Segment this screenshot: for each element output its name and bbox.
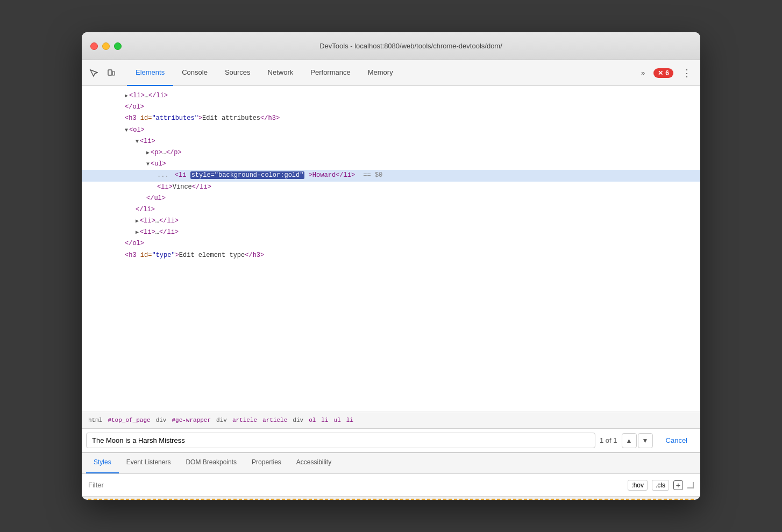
tab-sources[interactable]: Sources xyxy=(216,60,259,86)
devtools-menu-button[interactable]: ⋮ xyxy=(678,65,696,81)
tab-list: Elements Console Sources Network Perform… xyxy=(127,60,637,86)
search-cancel-button[interactable]: Cancel xyxy=(657,433,696,448)
resize-handle[interactable] xyxy=(687,482,694,488)
toolbar: Elements Console Sources Network Perform… xyxy=(82,60,700,86)
attribute-highlight: style="background-color:gold" xyxy=(190,171,305,179)
error-badge[interactable]: ✕ 6 xyxy=(653,68,673,78)
add-style-button[interactable]: + xyxy=(673,480,683,490)
breadcrumb-li-2[interactable]: li xyxy=(344,416,356,425)
filter-bar: :hov .cls + xyxy=(82,474,700,497)
dom-line[interactable]: ▶<li>…</li> xyxy=(82,215,700,227)
error-icon: ✕ xyxy=(658,69,663,77)
breadcrumb-article-1[interactable]: article xyxy=(230,416,259,425)
breadcrumb-div-3[interactable]: div xyxy=(290,416,305,425)
bottom-tab-list: Styles Event Listeners DOM Breakpoints P… xyxy=(82,452,700,474)
filter-input[interactable] xyxy=(88,481,623,489)
breadcrumb-ol[interactable]: ol xyxy=(307,416,318,425)
tab-console[interactable]: Console xyxy=(173,60,216,86)
dom-line[interactable]: </li> xyxy=(82,204,700,215)
device-toolbar-button[interactable] xyxy=(103,66,118,81)
inspect-element-button[interactable] xyxy=(86,66,101,81)
dom-line[interactable]: ▼<li> xyxy=(82,136,700,147)
tab-event-listeners[interactable]: Event Listeners xyxy=(119,452,179,473)
collapse-arrow: ▶ xyxy=(125,93,128,99)
minimize-button[interactable] xyxy=(102,42,110,50)
breadcrumb-div-1[interactable]: div xyxy=(154,416,169,425)
search-count: 1 of 1 xyxy=(600,436,617,444)
more-tabs-button[interactable]: » xyxy=(637,67,649,79)
ellipsis-button[interactable]: ... xyxy=(157,171,169,179)
breadcrumb-gc-wrapper[interactable]: #gc-wrapper xyxy=(169,416,213,425)
tab-elements[interactable]: Elements xyxy=(127,60,173,86)
svg-rect-0 xyxy=(108,70,112,75)
traffic-lights xyxy=(90,42,122,50)
breadcrumb-top-of-page[interactable]: #top_of_page xyxy=(105,416,152,425)
breadcrumb-div-2[interactable]: div xyxy=(214,416,229,425)
dom-panel: ▶<li>…</li> </ol> <h3 id="attributes">Ed… xyxy=(82,86,700,412)
bottom-panel: Styles Event Listeners DOM Breakpoints P… xyxy=(82,452,700,500)
dashed-border xyxy=(88,497,694,500)
dom-line[interactable]: ▼<ol> xyxy=(82,125,700,136)
tab-memory[interactable]: Memory xyxy=(359,60,402,86)
dom-line[interactable]: </ul> xyxy=(82,193,700,204)
maximize-button[interactable] xyxy=(114,42,122,50)
window-title: DevTools - localhost:8080/web/tools/chro… xyxy=(130,42,692,50)
breadcrumb-li[interactable]: li xyxy=(319,416,330,425)
tab-dom-breakpoints[interactable]: DOM Breakpoints xyxy=(178,452,244,473)
dom-line[interactable]: </ol> xyxy=(82,102,700,113)
search-input[interactable] xyxy=(86,433,595,448)
tab-performance[interactable]: Performance xyxy=(302,60,359,86)
breadcrumb-ul[interactable]: ul xyxy=(332,416,343,425)
svg-rect-1 xyxy=(112,71,115,75)
dom-line[interactable]: ▼<ul> xyxy=(82,159,700,170)
cls-button[interactable]: .cls xyxy=(652,480,669,491)
dom-line[interactable]: </ol> xyxy=(82,238,700,249)
titlebar: DevTools - localhost:8080/web/tools/chro… xyxy=(82,32,700,60)
tab-properties[interactable]: Properties xyxy=(244,452,289,473)
toolbar-right: » ✕ 6 ⋮ xyxy=(637,65,696,81)
filter-actions: :hov .cls + xyxy=(628,480,694,491)
tab-accessibility[interactable]: Accessibility xyxy=(289,452,339,473)
search-next-button[interactable]: ▼ xyxy=(638,433,653,448)
dom-line[interactable]: ▶<li>…</li> xyxy=(82,227,700,238)
search-bar: 1 of 1 ▲ ▼ Cancel xyxy=(82,429,700,452)
dom-line[interactable]: <h3 id="attributes">Edit attributes</h3> xyxy=(82,113,700,124)
hov-button[interactable]: :hov xyxy=(628,480,648,491)
dom-line-selected[interactable]: ... <li style="background-color:gold" >H… xyxy=(82,170,700,181)
breadcrumb-article-2[interactable]: article xyxy=(260,416,289,425)
breadcrumb: html #top_of_page div #gc-wrapper div ar… xyxy=(82,412,700,429)
search-prev-button[interactable]: ▲ xyxy=(622,433,637,448)
error-count: 6 xyxy=(665,69,669,77)
dom-line[interactable]: ▶<li>…</li> xyxy=(82,90,700,102)
dom-line[interactable]: ▶<p>…</p> xyxy=(82,147,700,159)
tab-network[interactable]: Network xyxy=(259,60,302,86)
close-button[interactable] xyxy=(90,42,98,50)
toolbar-icons xyxy=(86,66,118,81)
dom-line[interactable]: <li>Vince</li> xyxy=(82,182,700,193)
dom-line[interactable]: <h3 id="type">Edit element type</h3> xyxy=(82,250,700,261)
tab-styles[interactable]: Styles xyxy=(86,452,119,473)
breadcrumb-html[interactable]: html xyxy=(86,416,104,425)
search-nav: ▲ ▼ xyxy=(622,433,653,448)
